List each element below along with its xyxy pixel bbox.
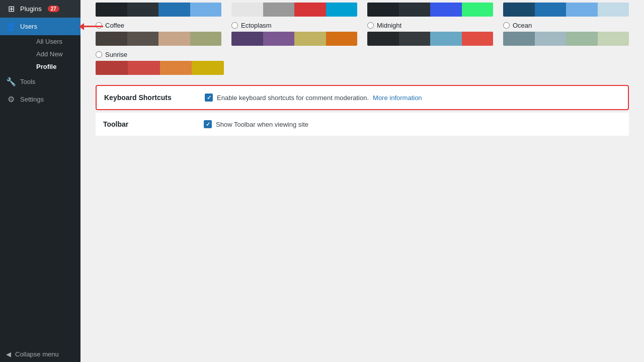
top-schemes-area	[80, 0, 644, 17]
swatch-color-1	[367, 32, 399, 46]
swatch-color-4	[326, 3, 358, 17]
swatch-color-4	[462, 32, 494, 46]
sunrise-area: Sunrise	[80, 46, 644, 75]
midnight-label: Midnight	[377, 22, 401, 29]
swatch-color-4	[192, 61, 224, 75]
keyboard-shortcuts-control: Enable keyboard shortcuts for comment mo…	[205, 94, 422, 102]
swatch-color-3	[294, 32, 326, 46]
swatch-color-3	[566, 32, 598, 46]
swatch-color-4	[598, 32, 629, 46]
swatch-color-2	[127, 32, 159, 46]
ocean-radio[interactable]	[503, 22, 510, 29]
sunrise-radio[interactable]	[96, 51, 102, 58]
sunrise-row: Sunrise	[96, 51, 629, 75]
keyboard-shortcuts-more-info[interactable]: More information	[373, 94, 422, 102]
bottom-schemes-area: Coffee Ectoplasm	[80, 17, 644, 46]
swatch-color-4	[462, 3, 494, 17]
swatch-color-3	[294, 3, 326, 17]
midnight-radio-row: Midnight	[367, 22, 493, 29]
tools-icon: 🔧	[6, 77, 16, 86]
users-submenu: All Users Add New Profile	[0, 35, 80, 73]
sunrise-label: Sunrise	[105, 51, 127, 58]
scheme-ocean: Ocean	[503, 22, 629, 46]
plugins-icon: ⊞	[6, 4, 16, 14]
ocean-radio-row: Ocean	[503, 22, 629, 29]
red-arrow-indicator	[79, 23, 103, 30]
sidebar: ⊞ Plugins 27 👤 Users All Users Add New P…	[0, 0, 80, 362]
swatch-color-1	[231, 3, 263, 17]
ectoplasm-radio[interactable]	[231, 22, 238, 29]
swatch-color-2	[263, 32, 295, 46]
sidebar-sub-item-add-new[interactable]: Add New	[18, 48, 80, 60]
scheme-light	[231, 3, 357, 17]
coffee-radio-row: Coffee	[96, 22, 221, 29]
swatch-color-1	[503, 32, 535, 46]
midnight-radio[interactable]	[367, 22, 374, 29]
sidebar-item-users[interactable]: 👤 Users	[0, 18, 80, 35]
swatch-color-1	[96, 61, 128, 75]
swatch-color-1	[503, 3, 535, 17]
swatch-color-3	[430, 3, 462, 17]
swatch-color-1	[367, 3, 399, 17]
arrow-shaft	[84, 26, 103, 27]
scheme-sunrise: Sunrise	[96, 51, 224, 75]
sidebar-item-tools-label: Tools	[20, 78, 35, 85]
sidebar-item-users-label: Users	[20, 23, 37, 30]
swatch-color-1	[231, 32, 263, 46]
sunrise-swatch	[96, 61, 224, 75]
scheme-coffee: Coffee	[96, 22, 221, 46]
toolbar-checkbox[interactable]	[204, 120, 212, 128]
swatch-color-2	[535, 32, 567, 46]
scheme-modern	[367, 3, 493, 17]
swatch-color-3	[430, 32, 462, 46]
ectoplasm-swatch	[231, 32, 357, 46]
arrow-head	[79, 23, 84, 30]
swatch-color-4	[326, 32, 358, 46]
plugins-badge: 27	[48, 6, 59, 12]
swatch-color-3	[566, 3, 598, 17]
scheme-fresh	[96, 3, 221, 17]
users-row-wrapper: 👤 Users	[0, 18, 80, 35]
collapse-menu-label: Collapse menu	[15, 350, 59, 358]
swatch-color-2	[535, 3, 567, 17]
swatch-color-2	[399, 32, 431, 46]
sunrise-radio-row: Sunrise	[96, 51, 224, 58]
swatch-color-2	[263, 3, 295, 17]
main-content: Coffee Ectoplasm	[80, 0, 644, 362]
ocean-label: Ocean	[513, 22, 532, 29]
keyboard-shortcuts-description: Enable keyboard shortcuts for comment mo…	[217, 94, 369, 102]
toolbar-label: Toolbar	[103, 120, 194, 128]
toolbar-row: Toolbar Show Toolbar when viewing site	[96, 113, 629, 136]
sidebar-item-settings[interactable]: ⚙ Settings	[0, 90, 80, 108]
swatch-color-2	[399, 3, 431, 17]
ocean-partial-swatch	[503, 3, 629, 17]
sidebar-item-plugins[interactable]: ⊞ Plugins 27	[0, 0, 80, 18]
coffee-label: Coffee	[105, 22, 124, 29]
swatch-color-4	[598, 3, 629, 17]
sidebar-sub-item-all-users[interactable]: All Users	[18, 35, 80, 48]
light-swatch	[231, 3, 357, 17]
settings-icon: ⚙	[6, 95, 16, 104]
collapse-menu-button[interactable]: ◀ Collapse menu	[0, 346, 80, 362]
keyboard-shortcuts-label: Keyboard Shortcuts	[104, 94, 195, 102]
swatch-color-4	[190, 32, 222, 46]
settings-area: Keyboard Shortcuts Enable keyboard short…	[80, 75, 644, 136]
swatch-color-2	[128, 61, 160, 75]
page-wrapper: Coffee Ectoplasm	[80, 0, 644, 362]
toolbar-control: Show Toolbar when viewing site	[204, 120, 308, 128]
sidebar-item-plugins-label: Plugins	[20, 5, 42, 13]
sidebar-item-tools[interactable]: 🔧 Tools	[0, 73, 80, 90]
scheme-ocean-partial	[503, 3, 629, 17]
users-icon: 👤	[6, 22, 16, 31]
sidebar-sub-item-profile[interactable]: Profile	[18, 60, 80, 73]
keyboard-shortcuts-checkbox[interactable]	[205, 94, 213, 102]
coffee-swatch	[96, 32, 221, 46]
swatch-color-4	[190, 3, 222, 17]
scheme-midnight: Midnight	[367, 22, 493, 46]
swatch-color-3	[158, 32, 190, 46]
ectoplasm-radio-row: Ectoplasm	[231, 22, 357, 29]
swatch-color-3	[160, 61, 192, 75]
sunrise-spacer	[234, 51, 629, 75]
swatch-color-3	[158, 3, 190, 17]
swatch-color-1	[96, 32, 127, 46]
